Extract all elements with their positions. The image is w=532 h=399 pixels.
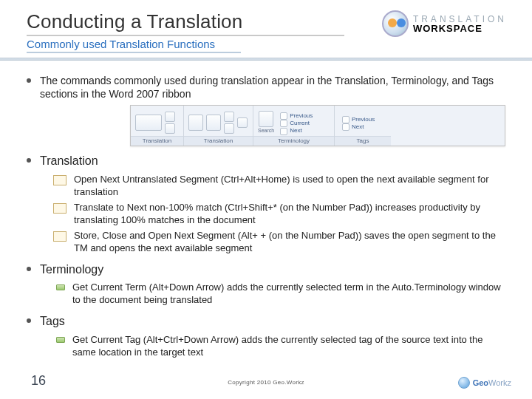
ribbon-group-label: Tags: [335, 136, 391, 146]
list-item: Store, Close and Open Next Segment (Alt+…: [74, 230, 505, 255]
dash-icon: [56, 337, 65, 343]
ribbon-group-label: Terminology: [253, 136, 334, 146]
globe-icon: [458, 377, 470, 389]
ribbon-illustration: Translation Translation: [130, 105, 505, 146]
ribbon-group-label: Translation: [131, 136, 183, 146]
ribbon-btn-icon: [188, 115, 203, 131]
logo-line1: TRANSLATION: [413, 15, 507, 24]
intro-text: The commands commonly used during transl…: [40, 74, 505, 100]
logo-icon: [382, 10, 409, 37]
ribbon-group-label: Translation: [184, 136, 253, 146]
brand-workz: Workz: [488, 378, 511, 387]
bullet-dot: [27, 267, 31, 271]
dash-icon: [56, 284, 65, 290]
prev-icon: [342, 116, 349, 123]
ribbon-small-icon: [165, 112, 175, 122]
copyright: Copyright 2010 Geo.Workz: [228, 379, 304, 386]
bullet-dot: [27, 318, 31, 323]
ribbon-btn-icon: [206, 115, 221, 131]
slide-subtitle: Commonly used Translation Functions: [27, 38, 241, 53]
content-area: The commands commonly used during transl…: [27, 74, 505, 359]
next-icon: [280, 128, 287, 135]
brand-geo: Geo: [473, 378, 488, 387]
current-icon: [280, 120, 287, 127]
ribbon-small-icon: [237, 117, 248, 128]
list-item: Get Current Term (Alt+Down Arrow) adds t…: [72, 282, 505, 307]
prev-icon: [280, 112, 287, 120]
ribbon-link: Current: [290, 120, 310, 127]
section-title-translation: Translation: [40, 154, 98, 169]
ribbon-small-icon: [224, 112, 234, 122]
ribbon-small-icon: [165, 123, 175, 134]
bullet-dot: [27, 158, 31, 163]
ribbon-link-column: Previous Next: [339, 114, 379, 132]
section-title-terminology: Terminology: [40, 262, 103, 278]
ribbon-link: Previous: [352, 116, 375, 123]
page-number: 16: [31, 373, 46, 389]
doc-icon: [53, 203, 66, 214]
product-logo: TRANSLATION WORKSPACE: [382, 10, 507, 37]
ribbon-small-icon: [224, 123, 234, 134]
list-item: Open Next Untranslated Segment (Ctrl+Alt…: [74, 174, 505, 199]
doc-icon: [53, 231, 66, 242]
ribbon-link-column: Previous Current Next: [277, 110, 317, 135]
header-divider: [0, 58, 532, 61]
doc-icon: [53, 175, 66, 185]
list-item: Translate to Next non-100% match (Ctrl+S…: [74, 202, 505, 227]
list-item: Get Current Tag (Alt+Ctrl+Down Arrow) ad…: [72, 334, 505, 359]
footer-brand: GeoWorkz: [458, 377, 511, 389]
ribbon-link: Previous: [290, 112, 313, 120]
section-title-tags: Tags: [40, 314, 65, 330]
logo-line2: WORKSPACE: [413, 24, 507, 33]
ribbon-link: Next: [290, 127, 301, 134]
bullet-dot: [27, 78, 31, 83]
next-icon: [342, 123, 349, 131]
ribbon-link: Next: [352, 123, 364, 131]
ribbon-translate-icon: [135, 115, 162, 131]
slide-title: Conducting a Translation: [27, 10, 344, 36]
ribbon-search-label: Search: [258, 127, 274, 134]
footer: 16 Copyright 2010 Geo.Workz GeoWorkz: [0, 374, 532, 392]
search-icon: [259, 111, 273, 127]
